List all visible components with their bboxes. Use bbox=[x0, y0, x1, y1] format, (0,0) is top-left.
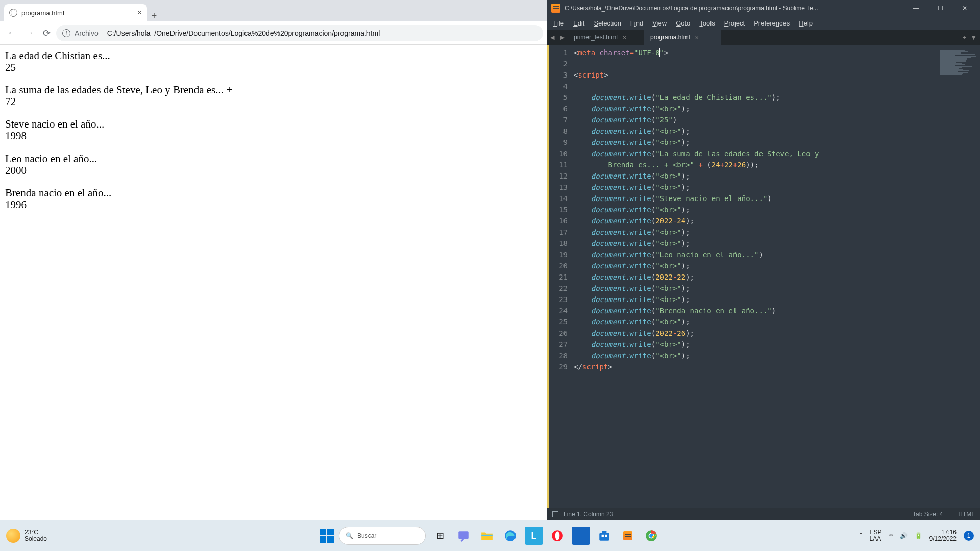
text-value: 2000 bbox=[5, 165, 542, 177]
window-title: C:\Users\hola_\OneDrive\Documentos\Logic… bbox=[565, 5, 904, 12]
text-line: La suma de las edades de Steve, Leo y Br… bbox=[5, 84, 542, 96]
start-button[interactable] bbox=[320, 529, 334, 543]
text-line: Brenda nacio en el año... bbox=[5, 187, 542, 199]
gutter[interactable]: 1234567891011121314151617181920212223242… bbox=[547, 45, 574, 508]
panel-toggle-icon[interactable] bbox=[552, 511, 558, 517]
text-line: La edad de Chistian es... bbox=[5, 50, 542, 62]
search-placeholder: Buscar bbox=[357, 532, 376, 539]
text-caret bbox=[659, 48, 660, 57]
menu-preferences[interactable]: Preferences bbox=[750, 18, 794, 28]
weather-label: Soleado bbox=[24, 536, 47, 542]
search-box[interactable]: 🔍 Buscar bbox=[339, 527, 426, 545]
svg-rect-1 bbox=[481, 535, 493, 536]
app-l-icon[interactable]: L bbox=[525, 527, 543, 545]
menubar: File Edit Selection Find View Goto Tools… bbox=[547, 16, 980, 30]
titlebar[interactable]: C:\Users\hola_\OneDrive\Documentos\Logic… bbox=[547, 0, 980, 16]
notification-badge[interactable]: 1 bbox=[964, 531, 974, 541]
menu-goto[interactable]: Goto bbox=[672, 18, 694, 28]
text-value: 1998 bbox=[5, 130, 542, 142]
menu-find[interactable]: Find bbox=[626, 18, 647, 28]
editor-tabbar: ◀ ▶ primer_test.html × programa.html × +… bbox=[547, 30, 980, 45]
taskbar-center: 🔍 Buscar ⊞ L bbox=[320, 527, 660, 545]
forward-button[interactable]: → bbox=[21, 26, 37, 41]
code-area[interactable]: <meta charset="UTF-8"> <script> document… bbox=[574, 45, 937, 508]
svg-point-4 bbox=[555, 531, 560, 540]
text-value: 72 bbox=[5, 96, 542, 108]
svg-rect-6 bbox=[602, 531, 607, 533]
globe-icon bbox=[9, 9, 17, 17]
close-icon[interactable]: × bbox=[695, 34, 699, 41]
new-tab-icon[interactable]: + bbox=[963, 34, 967, 41]
editor-tab-primer[interactable]: primer_test.html × bbox=[568, 30, 644, 45]
new-tab-button[interactable]: + bbox=[147, 11, 161, 21]
sublime-window: C:\Users\hola_\OneDrive\Documentos\Logic… bbox=[547, 0, 980, 520]
text-line: Leo nacio en el año... bbox=[5, 153, 542, 165]
browser-toolbar: ← → ⟳ i Archivo C:/Users/hola_/OneDrive/… bbox=[0, 21, 547, 45]
browser-tabstrip: programa.html × + bbox=[0, 0, 547, 21]
store-icon[interactable] bbox=[595, 527, 614, 545]
url-text: C:/Users/hola_/OneDrive/Documentos/Logic… bbox=[107, 29, 380, 37]
clock[interactable]: 17:16 9/12/2022 bbox=[929, 529, 957, 542]
tab-next-icon[interactable]: ▶ bbox=[557, 30, 568, 45]
minimap[interactable] bbox=[937, 45, 980, 508]
page-content: La edad de Chistian es... 25 La suma de … bbox=[0, 45, 547, 520]
svg-rect-8 bbox=[605, 535, 607, 537]
close-icon[interactable]: × bbox=[137, 8, 142, 17]
back-button[interactable]: ← bbox=[4, 26, 19, 41]
close-button[interactable]: ✕ bbox=[953, 1, 976, 15]
tab-label: primer_test.html bbox=[574, 34, 618, 41]
search-icon: 🔍 bbox=[346, 532, 353, 539]
status-tabsize[interactable]: Tab Size: 4 bbox=[913, 511, 943, 518]
chrome-icon[interactable] bbox=[642, 527, 660, 545]
svg-rect-0 bbox=[458, 531, 469, 539]
minimize-button[interactable]: ― bbox=[904, 1, 927, 15]
menu-view[interactable]: View bbox=[648, 18, 671, 28]
tab-title: programa.html bbox=[21, 9, 133, 17]
sublime-logo-icon bbox=[551, 4, 560, 13]
maximize-button[interactable]: ☐ bbox=[929, 1, 951, 15]
reload-button[interactable]: ⟳ bbox=[39, 26, 54, 41]
tray-overflow-icon[interactable]: ˄ bbox=[859, 532, 863, 540]
task-view-icon[interactable]: ⊞ bbox=[431, 527, 449, 545]
chrome-window: programa.html × + ← → ⟳ i Archivo C:/Use… bbox=[0, 0, 547, 520]
menu-project[interactable]: Project bbox=[720, 18, 749, 28]
text-value: 1996 bbox=[5, 199, 542, 211]
app-blue-icon[interactable] bbox=[572, 527, 590, 545]
weather-widget[interactable]: 23°C Soleado bbox=[6, 529, 47, 543]
menu-tools[interactable]: Tools bbox=[695, 18, 719, 28]
system-tray: ˄ ESP LAA ⌔ 🔊 🔋 17:16 9/12/2022 1 bbox=[859, 529, 974, 542]
browser-tab[interactable]: programa.html × bbox=[4, 4, 147, 21]
svg-rect-7 bbox=[602, 535, 604, 537]
status-position[interactable]: Line 1, Column 23 bbox=[564, 511, 613, 518]
volume-icon[interactable]: 🔊 bbox=[900, 532, 908, 539]
sublime-icon[interactable] bbox=[619, 527, 637, 545]
address-bar[interactable]: i Archivo C:/Users/hola_/OneDrive/Docume… bbox=[56, 25, 543, 41]
opera-icon[interactable] bbox=[548, 527, 567, 545]
status-language[interactable]: HTML bbox=[958, 511, 975, 518]
sun-icon bbox=[6, 529, 20, 543]
divider bbox=[103, 29, 103, 37]
keyboard-layout[interactable]: ESP LAA bbox=[870, 529, 882, 542]
close-icon[interactable]: × bbox=[623, 34, 627, 41]
address-prefix: Archivo bbox=[75, 29, 99, 37]
statusbar: Line 1, Column 23 Tab Size: 4 HTML bbox=[547, 508, 980, 520]
edge-icon[interactable] bbox=[501, 527, 520, 545]
tab-menu-icon[interactable]: ▼ bbox=[970, 34, 977, 41]
explorer-icon[interactable] bbox=[478, 527, 496, 545]
wifi-icon[interactable]: ⌔ bbox=[889, 532, 893, 539]
svg-rect-5 bbox=[599, 533, 609, 541]
editor-tab-programa[interactable]: programa.html × bbox=[644, 30, 721, 45]
menu-selection[interactable]: Selection bbox=[590, 18, 625, 28]
tab-label: programa.html bbox=[650, 34, 690, 41]
info-icon[interactable]: i bbox=[62, 29, 70, 37]
chat-icon[interactable] bbox=[454, 527, 473, 545]
editor-body: 1234567891011121314151617181920212223242… bbox=[547, 45, 980, 508]
tab-prev-icon[interactable]: ◀ bbox=[547, 30, 557, 45]
menu-file[interactable]: File bbox=[549, 18, 568, 28]
text-line: Steve nacio en el año... bbox=[5, 118, 542, 130]
taskbar: 23°C Soleado 🔍 Buscar ⊞ L ˄ ESP LAA ⌔ 🔊 … bbox=[0, 520, 980, 551]
text-value: 25 bbox=[5, 62, 542, 73]
battery-icon[interactable]: 🔋 bbox=[915, 532, 922, 539]
menu-help[interactable]: Help bbox=[795, 18, 817, 28]
menu-edit[interactable]: Edit bbox=[569, 18, 589, 28]
